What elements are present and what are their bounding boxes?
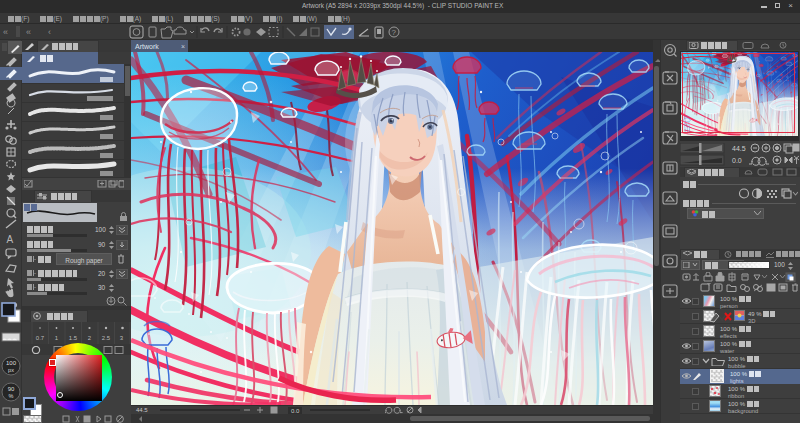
svg-text:A: A — [7, 234, 14, 245]
svg-text:0.0: 0.0 — [732, 157, 742, 164]
svg-text:100: 100 — [6, 360, 17, 366]
svg-text:90: 90 — [8, 386, 15, 392]
svg-text:1.5: 1.5 — [69, 335, 78, 341]
svg-text:44.5: 44.5 — [732, 145, 746, 152]
svg-text:?: ? — [392, 28, 397, 37]
svg-text:1: 1 — [55, 335, 59, 341]
svg-text:2.5: 2.5 — [102, 335, 111, 341]
svg-text:%: % — [9, 393, 14, 399]
svg-text:2: 2 — [88, 335, 92, 341]
svg-text:3: 3 — [120, 335, 124, 341]
svg-text:0.7: 0.7 — [36, 335, 45, 341]
svg-text:px: px — [8, 367, 14, 373]
